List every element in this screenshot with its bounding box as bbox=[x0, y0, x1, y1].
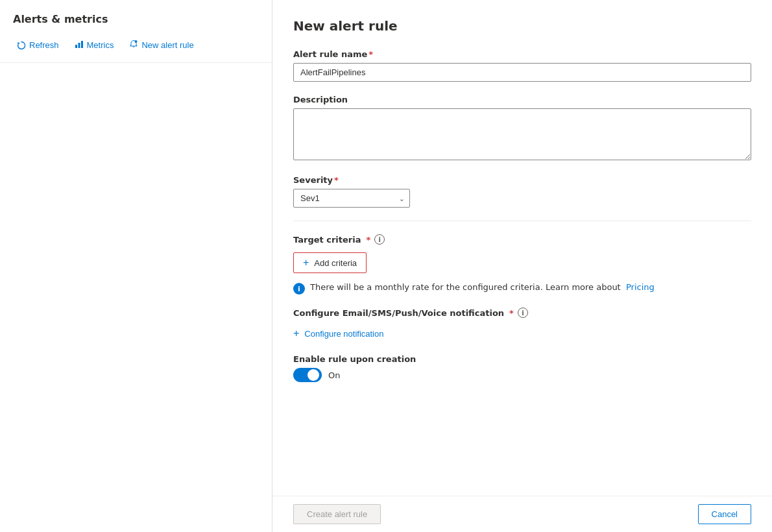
toggle-slider bbox=[293, 368, 322, 382]
enable-rule-group: Enable rule upon creation On bbox=[293, 354, 751, 382]
toggle-row: On bbox=[293, 368, 751, 382]
severity-label: Severity* bbox=[293, 175, 751, 185]
notification-required-star: * bbox=[509, 308, 514, 318]
metrics-icon bbox=[75, 40, 84, 51]
target-criteria-group: Target criteria * i + Add criteria i The… bbox=[293, 234, 751, 295]
required-star: * bbox=[368, 49, 373, 59]
description-label: Description bbox=[293, 95, 751, 104]
svg-point-3 bbox=[135, 40, 138, 43]
severity-select[interactable]: Sev0 Sev1 Sev2 Sev3 Sev4 bbox=[293, 189, 410, 208]
content-panel: New alert rule Alert rule name* Descript… bbox=[272, 0, 772, 532]
description-group: Description bbox=[293, 95, 751, 162]
sidebar-toolbar: Refresh Metrics bbox=[0, 36, 272, 63]
sidebar-title: Alerts & metrics bbox=[0, 13, 272, 36]
new-alert-label: New alert rule bbox=[141, 40, 193, 50]
configure-notification-label: Configure notification bbox=[304, 329, 383, 339]
configure-notification-button[interactable]: + Configure notification bbox=[293, 326, 383, 341]
refresh-label: Refresh bbox=[29, 40, 59, 50]
toggle-on-label: On bbox=[328, 370, 340, 380]
new-alert-rule-button[interactable]: New alert rule bbox=[123, 36, 200, 54]
notification-info-icon[interactable]: i bbox=[518, 308, 528, 318]
sidebar: Alerts & metrics Refresh bbox=[0, 0, 272, 532]
refresh-button[interactable]: Refresh bbox=[10, 36, 66, 54]
target-criteria-label: Target criteria * i bbox=[293, 234, 751, 245]
alert-rule-name-label: Alert rule name* bbox=[293, 49, 751, 59]
pricing-info-notice: i There will be a monthly rate for the c… bbox=[293, 282, 751, 295]
metrics-button[interactable]: Metrics bbox=[68, 36, 121, 54]
info-filled-icon: i bbox=[293, 283, 305, 295]
enable-rule-label: Enable rule upon creation bbox=[293, 354, 751, 364]
page-title: New alert rule bbox=[293, 18, 751, 34]
refresh-icon bbox=[17, 41, 26, 50]
severity-required-star: * bbox=[334, 175, 339, 185]
notification-group: Configure Email/SMS/Push/Voice notificat… bbox=[293, 308, 751, 341]
severity-select-wrapper: Sev0 Sev1 Sev2 Sev3 Sev4 ⌄ bbox=[293, 189, 410, 208]
alert-rule-name-group: Alert rule name* bbox=[293, 49, 751, 82]
content-scroll: New alert rule Alert rule name* Descript… bbox=[272, 0, 772, 496]
add-criteria-label: Add criteria bbox=[314, 258, 357, 268]
divider bbox=[293, 221, 751, 221]
cancel-button[interactable]: Cancel bbox=[698, 504, 751, 524]
bell-icon bbox=[129, 40, 138, 51]
svg-rect-1 bbox=[78, 43, 80, 48]
content-footer: Create alert rule Cancel bbox=[272, 496, 772, 532]
plus-icon: + bbox=[303, 258, 309, 268]
target-criteria-required-star: * bbox=[366, 235, 370, 245]
create-alert-rule-button[interactable]: Create alert rule bbox=[293, 504, 381, 524]
svg-rect-0 bbox=[75, 45, 77, 48]
enable-rule-toggle[interactable] bbox=[293, 368, 322, 382]
svg-rect-2 bbox=[81, 41, 83, 48]
pricing-link[interactable]: Pricing bbox=[626, 282, 655, 292]
configure-plus-icon: + bbox=[293, 328, 299, 339]
info-notice-text: There will be a monthly rate for the con… bbox=[310, 282, 621, 292]
metrics-label: Metrics bbox=[87, 40, 114, 50]
description-textarea[interactable] bbox=[293, 108, 751, 160]
severity-group: Severity* Sev0 Sev1 Sev2 Sev3 Sev4 ⌄ bbox=[293, 175, 751, 208]
alert-rule-name-input[interactable] bbox=[293, 63, 751, 82]
target-criteria-info-icon[interactable]: i bbox=[374, 234, 385, 245]
add-criteria-button[interactable]: + Add criteria bbox=[293, 252, 367, 273]
notification-label: Configure Email/SMS/Push/Voice notificat… bbox=[293, 308, 751, 318]
